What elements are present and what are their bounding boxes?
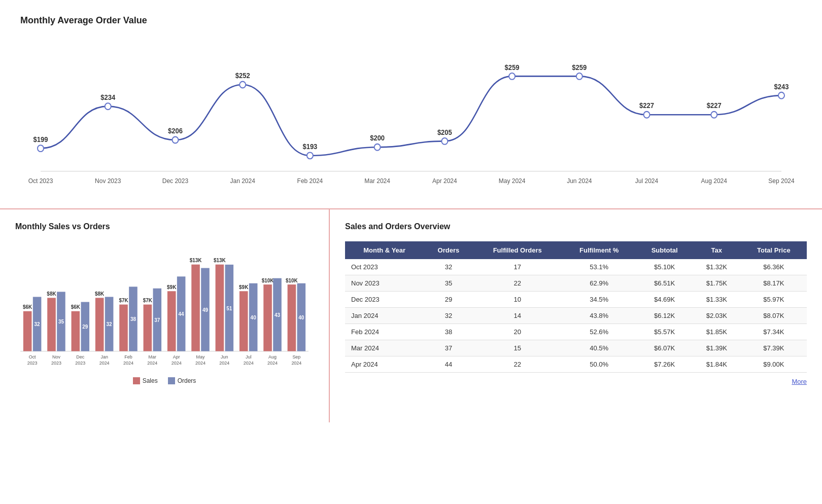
- legend-sales: Sales: [133, 377, 158, 384]
- svg-text:44: 44: [179, 311, 184, 317]
- svg-text:May 2024: May 2024: [499, 177, 526, 185]
- svg-text:Feb2024: Feb2024: [123, 354, 133, 365]
- table-cell: 34.5%: [562, 292, 636, 308]
- table-cell: $1.85K: [693, 324, 741, 340]
- table-cell: 38: [424, 324, 473, 340]
- svg-text:43: 43: [275, 312, 280, 318]
- legend-sales-color: [133, 377, 140, 384]
- svg-text:37: 37: [154, 317, 160, 323]
- svg-text:$6K: $6K: [71, 304, 81, 310]
- table-cell: 32: [424, 259, 473, 275]
- svg-text:Mar 2024: Mar 2024: [364, 177, 390, 185]
- svg-point-4: [105, 103, 111, 110]
- table-row: Dec 2023291034.5%$4.69K$1.33K$5.97K: [345, 292, 807, 308]
- table-cell: $2.03K: [693, 308, 741, 324]
- svg-text:51: 51: [226, 305, 232, 311]
- svg-text:$200: $200: [370, 134, 385, 142]
- table-cell: $1.33K: [693, 292, 741, 308]
- table-cell: $8.17K: [741, 275, 807, 292]
- svg-text:$10K: $10K: [286, 277, 298, 283]
- svg-text:Aug2024: Aug2024: [267, 354, 278, 365]
- svg-text:$13K: $13K: [190, 258, 202, 263]
- svg-text:$243: $243: [774, 83, 789, 90]
- more-link[interactable]: More: [345, 378, 807, 385]
- table-cell: $6.07K: [636, 340, 693, 356]
- table-cell: $6.36K: [741, 259, 807, 275]
- table-row: Mar 2024371540.5%$6.07K$1.39K$7.39K: [345, 340, 807, 356]
- svg-text:$252: $252: [235, 72, 250, 80]
- top-chart-title: Monthly Average Order Value: [20, 15, 802, 26]
- bar-chart-legend: Sales Orders: [15, 377, 314, 384]
- legend-orders: Orders: [168, 377, 196, 384]
- table-cell: 29: [424, 292, 473, 308]
- table-header-cell: Tax: [693, 241, 741, 259]
- svg-text:Aug 2024: Aug 2024: [701, 177, 727, 185]
- legend-orders-color: [168, 377, 175, 384]
- svg-point-31: [711, 112, 717, 118]
- table-cell: $9.00K: [741, 356, 807, 373]
- svg-point-10: [239, 82, 246, 88]
- svg-text:$205: $205: [437, 128, 452, 136]
- table-cell: $4.69K: [636, 292, 693, 308]
- table-cell: $1.32K: [693, 259, 741, 275]
- table-header: Month & YearOrdersFulfilled OrdersFulfil…: [345, 241, 807, 259]
- svg-text:$10K: $10K: [262, 277, 274, 283]
- table-title: Sales and Orders Overview: [345, 222, 807, 231]
- svg-text:$259: $259: [572, 63, 587, 71]
- svg-point-25: [576, 73, 583, 80]
- table-cell: Dec 2023: [345, 292, 424, 308]
- svg-text:Oct 2023: Oct 2023: [28, 177, 53, 185]
- table-cell: $7.39K: [741, 340, 807, 356]
- table-header-cell: Month & Year: [345, 241, 424, 259]
- svg-text:Jan2024: Jan2024: [99, 354, 110, 365]
- svg-text:Apr2024: Apr2024: [172, 354, 182, 365]
- table-cell: 20: [473, 324, 562, 340]
- table-cell: Nov 2023: [345, 275, 424, 292]
- svg-rect-73: [191, 265, 200, 351]
- table-cell: 43.8%: [562, 308, 636, 324]
- svg-rect-78: [216, 265, 224, 351]
- table-cell: Oct 2023: [345, 259, 424, 275]
- table-cell: Feb 2024: [345, 324, 424, 340]
- svg-text:$6K: $6K: [23, 304, 32, 310]
- table-cell: 50.0%: [562, 356, 636, 373]
- table-cell: $1.84K: [693, 356, 741, 373]
- svg-rect-38: [23, 311, 32, 351]
- svg-text:$7K: $7K: [143, 298, 153, 303]
- svg-point-13: [307, 152, 313, 159]
- svg-text:May2024: May2024: [195, 354, 206, 365]
- svg-text:32: 32: [107, 321, 112, 327]
- table-cell: $1.39K: [693, 340, 741, 356]
- svg-text:$206: $206: [168, 127, 183, 135]
- svg-text:Jun2024: Jun2024: [219, 354, 229, 365]
- table-section: Sales and Orders Overview Month & YearOr…: [330, 209, 822, 422]
- svg-text:Nov 2023: Nov 2023: [95, 177, 121, 185]
- svg-text:$9K: $9K: [239, 284, 249, 290]
- table-cell: 32: [424, 308, 473, 324]
- top-section: Monthly Average Order Value $199Oct 2023…: [0, 0, 822, 209]
- svg-point-1: [38, 145, 44, 152]
- svg-text:Jan 2024: Jan 2024: [230, 177, 255, 185]
- svg-text:$7K: $7K: [119, 298, 128, 303]
- table-row: Apr 2024442250.0%$7.26K$1.84K$9.00K: [345, 356, 807, 373]
- svg-text:Apr 2024: Apr 2024: [432, 177, 457, 185]
- legend-sales-label: Sales: [143, 377, 158, 384]
- svg-text:Jun 2024: Jun 2024: [567, 177, 592, 185]
- table-row: Jan 2024321443.8%$6.12K$2.03K$8.07K: [345, 308, 807, 324]
- svg-text:Jul2024: Jul2024: [244, 354, 254, 365]
- svg-rect-58: [119, 305, 128, 351]
- svg-rect-48: [72, 311, 80, 351]
- svg-text:$13K: $13K: [214, 258, 226, 263]
- svg-text:$9K: $9K: [167, 284, 177, 290]
- svg-text:Jul 2024: Jul 2024: [635, 177, 658, 185]
- svg-text:29: 29: [82, 324, 88, 330]
- svg-text:40: 40: [298, 315, 304, 320]
- table-cell: 62.9%: [562, 275, 636, 292]
- table-cell: $6.12K: [636, 308, 693, 324]
- svg-rect-88: [263, 284, 272, 351]
- bottom-section: Monthly Sales vs Orders $6K32Oct2023$8K3…: [0, 209, 822, 422]
- table-cell: $5.97K: [741, 292, 807, 308]
- svg-text:Dec 2023: Dec 2023: [162, 177, 188, 185]
- svg-rect-53: [95, 298, 104, 351]
- table-cell: 15: [473, 340, 562, 356]
